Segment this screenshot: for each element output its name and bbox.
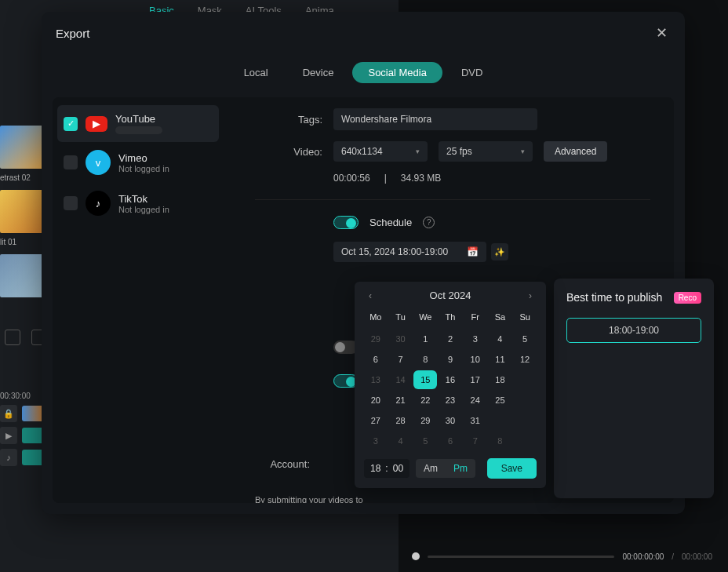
- cal-day[interactable]: 17: [464, 370, 487, 389]
- cal-day[interactable]: 30: [439, 411, 462, 430]
- chevron-down-icon: ▾: [416, 148, 420, 155]
- tiktok-icon: ♪: [86, 191, 111, 216]
- platform-youtube[interactable]: ✓ ▶ YouTube: [57, 105, 219, 142]
- playhead-dot[interactable]: [412, 552, 420, 560]
- vimeo-icon: v: [86, 150, 111, 175]
- time-slot-option[interactable]: 18:00-19:00: [566, 318, 701, 343]
- cal-day[interactable]: 20: [364, 391, 388, 410]
- bg-tool-icon: [5, 330, 20, 345]
- help-icon[interactable]: ?: [423, 217, 435, 228]
- time-input[interactable]: 18 : 00: [364, 459, 410, 478]
- next-month-button[interactable]: ›: [524, 290, 537, 301]
- cal-day[interactable]: 12: [513, 350, 537, 369]
- chevron-down-icon: ▾: [521, 148, 525, 155]
- schedule-toggle[interactable]: [333, 216, 359, 229]
- cal-day[interactable]: 18: [489, 370, 512, 389]
- schedule-datetime-input[interactable]: Oct 15, 2024 18:00-19:00 📅: [333, 242, 486, 262]
- platform-tiktok[interactable]: ♪ TikTok Not logged in: [57, 183, 219, 224]
- cal-day[interactable]: 29: [413, 411, 437, 430]
- platform-name: TikTok: [118, 193, 169, 205]
- checkbox-off-icon[interactable]: [64, 196, 78, 210]
- cal-day[interactable]: 8: [413, 350, 437, 369]
- youtube-icon: ▶: [86, 116, 107, 132]
- cal-day[interactable]: 30: [389, 330, 413, 348]
- bg-clip: [22, 406, 44, 421]
- calendar-month-year: Oct 2024: [430, 290, 471, 301]
- info-separator: |: [384, 173, 387, 184]
- cal-day[interactable]: 13: [364, 370, 388, 389]
- cal-day[interactable]: 8: [489, 432, 512, 450]
- fps-select[interactable]: 25 fps ▾: [439, 141, 533, 162]
- video-duration: 00:00:56: [333, 173, 370, 184]
- cal-day[interactable]: 7: [464, 432, 487, 450]
- cal-day[interactable]: 27: [364, 411, 388, 430]
- sparkle-icon: ✨: [494, 247, 505, 257]
- cal-day[interactable]: 29: [364, 330, 388, 348]
- cal-day[interactable]: 3: [464, 330, 487, 348]
- bg-timeline: 00:30:00 🔒 ▶ ♪: [0, 392, 44, 466]
- platform-status: Not logged in: [118, 164, 169, 173]
- cal-day[interactable]: 6: [364, 350, 388, 369]
- divider: [255, 199, 650, 200]
- progress-bar[interactable]: [428, 556, 614, 558]
- background-thumbnails: etrast 02 lit 01: [0, 126, 43, 302]
- cal-day-selected[interactable]: 15: [413, 370, 437, 389]
- cal-day[interactable]: 21: [389, 391, 413, 410]
- cal-dow: Fr: [464, 309, 487, 328]
- cal-day[interactable]: 31: [464, 411, 487, 430]
- tab-social-media[interactable]: Social Media: [352, 62, 442, 83]
- calendar-icon: 📅: [467, 246, 479, 257]
- tab-local[interactable]: Local: [228, 62, 284, 83]
- schedule-label: Schedule: [369, 217, 412, 228]
- tab-device[interactable]: Device: [287, 62, 350, 83]
- cal-day[interactable]: 9: [439, 350, 462, 369]
- close-icon[interactable]: ✕: [656, 24, 668, 42]
- advanced-button[interactable]: Advanced: [544, 141, 607, 162]
- cal-day[interactable]: 23: [439, 391, 462, 410]
- total-time: 00:00:00: [682, 552, 712, 561]
- cal-day[interactable]: 4: [489, 330, 512, 348]
- lock-icon: 🔒: [0, 405, 17, 422]
- prev-month-button[interactable]: ‹: [364, 290, 377, 301]
- pm-option[interactable]: Pm: [446, 459, 475, 478]
- video-filesize: 34.93 MB: [401, 173, 441, 184]
- bg-thumb: [0, 190, 43, 233]
- cal-day[interactable]: 3: [364, 432, 388, 450]
- cal-day[interactable]: 4: [389, 432, 413, 450]
- cal-day[interactable]: 5: [413, 432, 437, 450]
- checkbox-on-icon[interactable]: ✓: [64, 117, 78, 131]
- video-track-icon: ▶: [0, 427, 17, 444]
- checkbox-off-icon[interactable]: [64, 155, 78, 169]
- resolution-value: 640x1134: [341, 146, 383, 157]
- hour-value: 18: [370, 463, 380, 474]
- am-option[interactable]: Am: [416, 459, 446, 478]
- cal-day[interactable]: 14: [389, 370, 413, 389]
- resolution-select[interactable]: 640x1134 ▾: [333, 141, 428, 162]
- tab-dvd[interactable]: DVD: [446, 62, 498, 83]
- ampm-toggle: Am Pm: [416, 459, 475, 478]
- bg-tool-icons: [0, 330, 47, 345]
- cal-day[interactable]: 28: [389, 411, 413, 430]
- best-time-title: Best time to publish: [566, 291, 662, 304]
- cal-day[interactable]: 22: [413, 391, 437, 410]
- platform-vimeo[interactable]: v Vimeo Not logged in: [57, 142, 219, 183]
- date-picker-popover: ‹ Oct 2024 › Mo Tu We Th Fr Sa Su 29 30 …: [355, 282, 546, 488]
- cal-day[interactable]: 25: [489, 391, 512, 410]
- platform-list: ✓ ▶ YouTube v Vimeo Not logged in ♪: [53, 97, 224, 503]
- bg-thumb: [0, 126, 43, 169]
- cal-dow: Th: [439, 309, 462, 328]
- save-button[interactable]: Save: [487, 458, 537, 479]
- cal-day[interactable]: 11: [489, 350, 512, 369]
- cal-day[interactable]: 5: [513, 330, 537, 348]
- tags-input[interactable]: [333, 108, 537, 130]
- cal-day[interactable]: 24: [464, 391, 487, 410]
- cal-day[interactable]: 7: [389, 350, 413, 369]
- best-time-popover: Best time to publish Reco 18:00-19:00: [554, 279, 714, 498]
- ai-suggest-button[interactable]: ✨: [491, 243, 508, 260]
- cal-day[interactable]: 10: [464, 350, 487, 369]
- schedule-datetime-value: Oct 15, 2024 18:00-19:00: [341, 246, 460, 257]
- cal-day[interactable]: 2: [439, 330, 462, 348]
- cal-day[interactable]: 1: [413, 330, 437, 348]
- cal-day[interactable]: 6: [439, 432, 462, 450]
- cal-day[interactable]: 16: [439, 370, 462, 389]
